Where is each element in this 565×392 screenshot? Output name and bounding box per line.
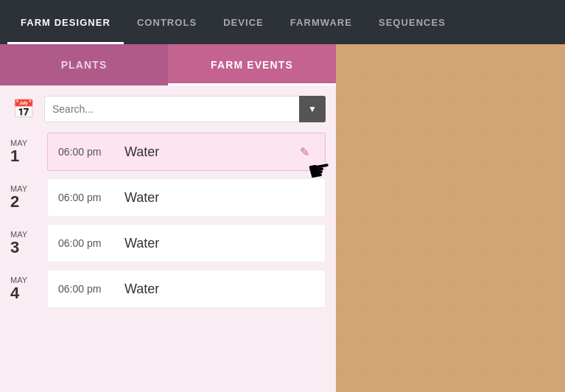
grid-overlay: [336, 44, 565, 392]
nav-farm-designer[interactable]: FARM DESIGNER: [7, 0, 124, 44]
tab-plants[interactable]: PLANTS: [0, 44, 168, 85]
event-date-1: May 1: [10, 139, 47, 165]
event-day-3: 3: [10, 239, 43, 256]
event-name-4: Water: [124, 281, 315, 297]
event-row-4: May 4 06:00 pm Water: [10, 270, 326, 308]
search-input[interactable]: [44, 96, 326, 122]
event-name-2: Water: [124, 190, 315, 206]
nav-device[interactable]: DEVICE: [210, 0, 277, 44]
event-date-3: May 3: [10, 230, 47, 256]
event-row-1: May 1 06:00 pm Water ✎ ☛: [10, 133, 326, 171]
event-card-3[interactable]: 06:00 pm Water: [47, 224, 326, 262]
event-time-1: 06:00 pm: [58, 146, 124, 158]
svg-rect-1: [336, 44, 565, 392]
search-dropdown-button[interactable]: ▼: [299, 96, 326, 122]
event-time-3: 06:00 pm: [58, 237, 124, 249]
event-name-1: Water: [124, 144, 294, 160]
event-card-1[interactable]: 06:00 pm Water ✎: [47, 133, 326, 171]
tab-farm-events[interactable]: FARM EVENTS: [168, 44, 336, 85]
event-card-4[interactable]: 06:00 pm Water: [47, 270, 326, 308]
event-name-3: Water: [124, 236, 315, 251]
event-time-4: 06:00 pm: [58, 283, 124, 295]
event-row-2: May 2 06:00 pm Water: [10, 178, 326, 217]
search-container: ▼: [44, 96, 326, 122]
top-nav: FARM DESIGNER CONTROLS DEVICE FARMWARE S…: [0, 0, 565, 44]
event-time-2: 06:00 pm: [58, 192, 124, 203]
calendar-icon: 📅: [10, 99, 37, 119]
event-day-4: 4: [10, 284, 43, 302]
event-day-2: 2: [10, 193, 43, 211]
sub-tabs: PLANTS FARM EVENTS: [0, 44, 336, 85]
left-panel: PLANTS FARM EVENTS 📅 ▼ May 1 06:00 pm Wa…: [0, 44, 336, 392]
nav-controls[interactable]: CONTROLS: [124, 0, 210, 44]
event-row-3: May 3 06:00 pm Water: [10, 224, 326, 262]
nav-farmware[interactable]: FARMWARE: [277, 0, 365, 44]
events-list: May 1 06:00 pm Water ✎ ☛ May 2 06:00: [0, 133, 336, 392]
map-panel[interactable]: [336, 44, 565, 392]
edit-icon-1[interactable]: ✎: [294, 145, 315, 159]
search-row: 📅 ▼: [0, 85, 336, 133]
nav-sequences[interactable]: SEQUENCES: [365, 0, 459, 44]
event-day-1: 1: [10, 147, 43, 165]
main-layout: PLANTS FARM EVENTS 📅 ▼ May 1 06:00 pm Wa…: [0, 44, 565, 392]
event-date-4: May 4: [10, 276, 47, 302]
event-date-2: May 2: [10, 184, 47, 211]
event-card-2[interactable]: 06:00 pm Water: [47, 178, 326, 217]
